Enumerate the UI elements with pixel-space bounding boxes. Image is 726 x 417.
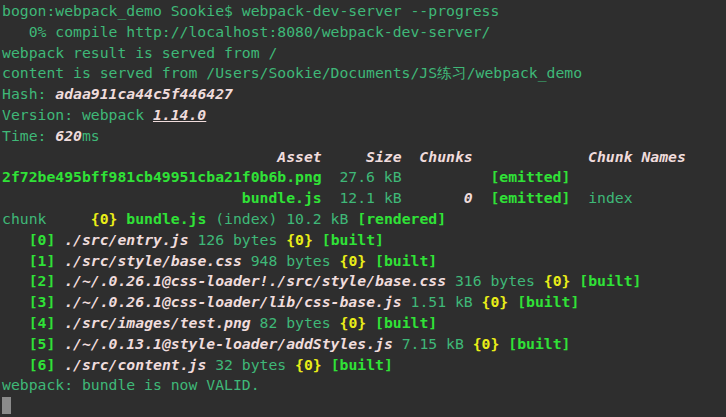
terminal-text: 12.1 kB	[322, 189, 464, 206]
terminal-text: Hash:	[2, 85, 55, 102]
terminal-text	[55, 272, 64, 289]
terminal-text: [emitted]	[490, 189, 570, 206]
terminal-text: webpack: bundle is now VALID.	[2, 376, 260, 393]
terminal-text: [4]	[29, 314, 56, 331]
terminal-text: [rendered]	[357, 210, 446, 227]
terminal-text: (index) 10.2 kB	[206, 210, 357, 227]
terminal-text: 27.6 kB	[322, 168, 491, 185]
terminal-text	[313, 231, 322, 248]
terminal-text: 316 bytes	[446, 272, 544, 289]
terminal-text: 7.15 kB	[393, 335, 473, 352]
terminal-text: ./~/.0.13.1@style-loader/addStyles.js	[64, 335, 393, 352]
terminal-line: [5] ./~/.0.13.1@style-loader/addStyles.j…	[2, 334, 726, 355]
terminal-text: content is served from /Users/Sookie/Doc…	[2, 64, 582, 81]
terminal-text: ./src/entry.js	[64, 231, 188, 248]
terminal-cursor	[2, 397, 11, 414]
terminal-window[interactable]: bogon:webpack_demo Sookie$ webpack-dev-s…	[0, 0, 726, 417]
terminal-text	[2, 272, 29, 289]
terminal-line: [2] ./~/.0.26.1@css-loader!./src/style/b…	[2, 271, 726, 292]
terminal-text	[2, 252, 29, 269]
terminal-text: [3]	[29, 293, 56, 310]
terminal-output: bogon:webpack_demo Sookie$ webpack-dev-s…	[2, 1, 726, 417]
terminal-text: [built]	[375, 252, 437, 269]
terminal-text: [emitted]	[490, 168, 570, 185]
terminal-text	[508, 293, 517, 310]
terminal-line: Asset Size Chunks Chunk Names	[2, 147, 726, 168]
terminal-text: [2]	[29, 272, 56, 289]
terminal-line: Version: webpack 1.14.0	[2, 105, 726, 126]
terminal-text: {0}	[295, 356, 322, 373]
terminal-line: content is served from /Users/Sookie/Doc…	[2, 63, 726, 84]
terminal-text: {0}	[340, 252, 367, 269]
terminal-text	[2, 293, 29, 310]
terminal-text: {0}	[286, 231, 313, 248]
terminal-text	[322, 356, 331, 373]
terminal-text: {0}	[482, 293, 509, 310]
terminal-text: [5]	[29, 335, 56, 352]
terminal-line: Time: 620ms	[2, 126, 726, 147]
terminal-text	[55, 314, 64, 331]
terminal-text: 948 bytes	[242, 252, 340, 269]
terminal-text: {0}	[473, 335, 500, 352]
terminal-line: bundle.js 12.1 kB 0 [emitted] index	[2, 188, 726, 209]
terminal-text: [0]	[29, 231, 56, 248]
terminal-line: 2f72be495bff981cb49951cba21f0b6b.png 27.…	[2, 167, 726, 188]
terminal-line: Hash: adaa911ca44c5f446427	[2, 84, 726, 105]
terminal-text: ./~/.0.26.1@css-loader!./src/style/base.…	[64, 272, 446, 289]
terminal-line: [4] ./src/images/test.png 82 bytes {0} […	[2, 313, 726, 334]
terminal-text: 32 bytes	[206, 356, 295, 373]
terminal-text	[2, 314, 29, 331]
terminal-text: bundle.js	[126, 210, 206, 227]
terminal-line: 0% compile http://localhost:8080/webpack…	[2, 22, 726, 43]
terminal-text	[2, 335, 29, 352]
terminal-text: [built]	[579, 272, 641, 289]
terminal-line: chunk {0} bundle.js (index) 10.2 kB [ren…	[2, 209, 726, 230]
terminal-line: [3] ./~/.0.26.1@css-loader/lib/css-base.…	[2, 292, 726, 313]
terminal-text: Time:	[2, 127, 55, 144]
terminal-text	[499, 335, 508, 352]
terminal-line: [0] ./src/entry.js 126 bytes {0} [built]	[2, 230, 726, 251]
terminal-text	[2, 189, 242, 206]
terminal-line: [6] ./src/content.js 32 bytes {0} [built…	[2, 355, 726, 376]
terminal-text: ./src/images/test.png	[64, 314, 251, 331]
terminal-text: 1.14.0	[153, 106, 206, 123]
terminal-line: [1] ./src/style/base.css 948 bytes {0} […	[2, 251, 726, 272]
terminal-text: [built]	[375, 314, 437, 331]
terminal-text	[366, 314, 375, 331]
terminal-line	[2, 396, 726, 417]
terminal-text	[55, 252, 64, 269]
terminal-text	[55, 356, 64, 373]
terminal-text	[55, 293, 64, 310]
terminal-text: adaa911ca44c5f446427	[55, 85, 233, 102]
terminal-text	[55, 231, 64, 248]
terminal-text: bogon:webpack_demo Sookie$ webpack-dev-s…	[2, 2, 499, 19]
terminal-text: ./src/style/base.css	[64, 252, 242, 269]
terminal-line: bogon:webpack_demo Sookie$ webpack-dev-s…	[2, 1, 726, 22]
terminal-text: 2f72be495bff981cb49951cba21f0b6b.png	[2, 168, 322, 185]
terminal-text	[366, 252, 375, 269]
terminal-text	[2, 231, 29, 248]
terminal-text: index	[570, 189, 632, 206]
terminal-text: ms	[82, 127, 100, 144]
terminal-text: {0}	[544, 272, 571, 289]
terminal-text: 1.51 kB	[402, 293, 482, 310]
terminal-text: 0	[464, 189, 473, 206]
terminal-text: ./src/content.js	[64, 356, 206, 373]
terminal-text: [built]	[322, 231, 384, 248]
terminal-text: [built]	[331, 356, 393, 373]
terminal-text: {0}	[340, 314, 367, 331]
terminal-line: webpack result is served from /	[2, 43, 726, 64]
terminal-text	[570, 272, 579, 289]
terminal-text: ./~/.0.26.1@css-loader/lib/css-base.js	[64, 293, 401, 310]
terminal-line: webpack: bundle is now VALID.	[2, 375, 726, 396]
terminal-text: [1]	[29, 252, 56, 269]
terminal-text: [built]	[508, 335, 570, 352]
terminal-text: bundle.js	[242, 189, 322, 206]
terminal-text: {0}	[91, 210, 118, 227]
terminal-text: [built]	[517, 293, 579, 310]
terminal-text	[473, 189, 491, 206]
terminal-text	[2, 356, 29, 373]
terminal-text: Version: webpack	[2, 106, 153, 123]
terminal-text: 126 bytes	[189, 231, 287, 248]
terminal-text: Asset Size Chunks Chunk Names	[2, 148, 686, 165]
